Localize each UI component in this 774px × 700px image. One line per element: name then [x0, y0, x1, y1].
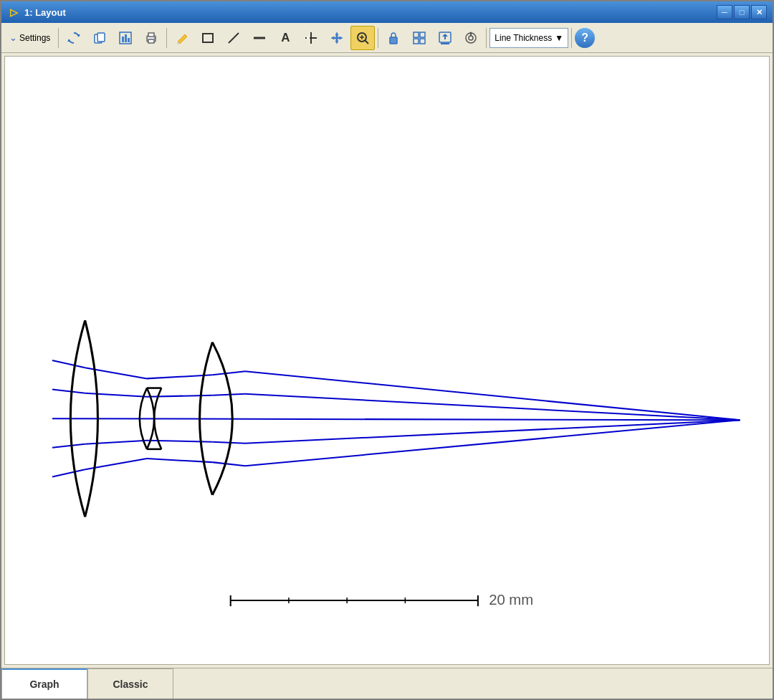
optical-diagram: 20 mm	[5, 57, 769, 664]
move-button[interactable]	[325, 26, 349, 50]
separator-2	[166, 28, 167, 48]
zoom-button[interactable]	[350, 26, 375, 50]
lock-button[interactable]	[381, 26, 406, 50]
svg-line-39	[85, 393, 147, 397]
svg-line-52	[212, 462, 245, 466]
close-button[interactable]: ✕	[751, 5, 767, 19]
line-button[interactable]	[221, 26, 246, 50]
svg-line-47	[212, 442, 245, 444]
refresh-button[interactable]	[62, 26, 86, 50]
svg-line-33	[52, 360, 85, 368]
minimize-button[interactable]: ─	[717, 5, 732, 19]
graph-tab[interactable]: Graph	[1, 668, 87, 699]
main-window: ▷ 1: Layout ─ □ ✕ ⌄ Settings	[0, 0, 774, 700]
svg-line-43	[52, 418, 740, 420]
classic-tab[interactable]: Classic	[87, 668, 173, 699]
help-button[interactable]: ?	[575, 28, 595, 48]
pencil-button[interactable]	[170, 26, 194, 50]
svg-marker-16	[331, 32, 343, 44]
svg-rect-1	[97, 33, 105, 42]
canvas-area[interactable]: 20 mm	[4, 56, 770, 665]
svg-line-46	[147, 441, 212, 442]
line-thickness-dropdown[interactable]: Line Thickness ▼	[489, 28, 568, 48]
bottom-tab-bar: Graph Classic	[1, 668, 773, 699]
svg-line-48	[245, 420, 740, 443]
svg-line-41	[212, 394, 245, 395]
svg-rect-4	[125, 34, 127, 42]
svg-line-45	[85, 441, 147, 444]
svg-rect-10	[203, 34, 213, 42]
svg-point-9	[154, 37, 156, 39]
app-icon: ▷	[7, 6, 20, 19]
dash-button[interactable]	[247, 26, 272, 50]
cross-button[interactable]	[299, 26, 323, 50]
chart-button[interactable]	[113, 26, 138, 50]
svg-line-36	[212, 371, 245, 375]
svg-line-42	[245, 394, 740, 421]
svg-line-18	[365, 40, 368, 44]
svg-rect-25	[420, 39, 425, 44]
text-button[interactable]: A	[273, 26, 297, 50]
rect-button[interactable]	[196, 26, 220, 50]
separator-4	[486, 28, 487, 48]
separator-3	[378, 28, 378, 48]
grid-button[interactable]	[407, 26, 431, 50]
rotate-button[interactable]	[459, 26, 483, 50]
svg-rect-8	[148, 39, 154, 43]
window-controls: ─ □ ✕	[717, 5, 767, 19]
export-button[interactable]	[433, 26, 457, 50]
svg-line-37	[245, 371, 740, 420]
copy-button[interactable]	[87, 26, 112, 50]
window-title: 1: Layout	[24, 7, 717, 18]
svg-line-40	[147, 395, 212, 397]
svg-point-30	[469, 36, 473, 40]
svg-rect-22	[414, 32, 419, 37]
separator-1	[58, 28, 59, 48]
svg-text:20 mm: 20 mm	[489, 592, 533, 608]
svg-line-53	[245, 420, 740, 466]
svg-line-38	[52, 390, 85, 393]
separator-5	[571, 28, 572, 48]
svg-marker-27	[442, 34, 448, 39]
title-bar: ▷ 1: Layout ─ □ ✕	[1, 1, 773, 23]
svg-line-44	[52, 444, 85, 448]
svg-rect-7	[148, 33, 154, 37]
svg-rect-3	[122, 37, 124, 42]
svg-line-49	[52, 469, 85, 476]
toolbar: ⌄ Settings A	[1, 23, 773, 53]
svg-rect-24	[414, 39, 419, 44]
svg-rect-5	[128, 38, 130, 42]
print-button[interactable]	[139, 26, 163, 50]
settings-button[interactable]: ⌄ Settings	[4, 26, 55, 50]
svg-line-11	[229, 33, 239, 43]
svg-rect-21	[390, 37, 397, 44]
restore-button[interactable]: □	[734, 5, 750, 19]
svg-point-32	[470, 32, 472, 34]
svg-rect-23	[420, 32, 425, 37]
